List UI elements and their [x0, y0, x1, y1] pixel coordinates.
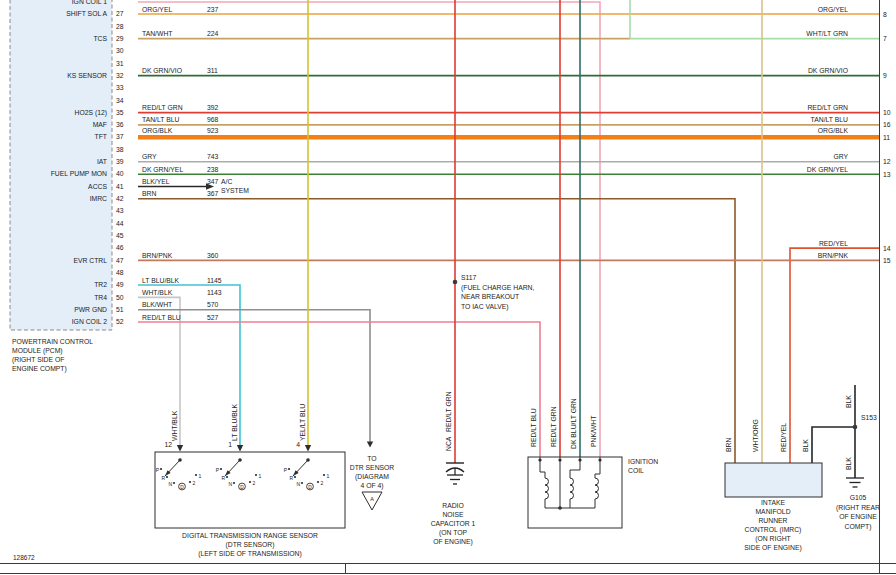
offpage-arrowhead-icon	[367, 442, 373, 448]
switch-contact-dot	[249, 481, 251, 483]
pcm-caption: ENGINE COMPT)	[12, 365, 67, 373]
pcm-circuit-label: TCS	[93, 35, 107, 42]
imrc-caption: INTAKE	[761, 499, 786, 506]
pin-number: 36	[116, 121, 124, 128]
pin-number: 52	[116, 318, 124, 325]
wire-color-label: TAN/LT BLU	[811, 116, 848, 123]
pcm-caption: (RIGHT SIDE OF	[12, 356, 64, 364]
wire-color-label: WHT/BLK	[142, 289, 173, 296]
wire-color-label: BLK/WHT	[142, 301, 172, 308]
pcm-circuit-label: IGN COIL 2	[72, 318, 107, 325]
switch-contact-dot	[233, 482, 235, 484]
pin-number: 32	[116, 72, 124, 79]
imrc-caption: SIDE OF ENGINE)	[744, 544, 801, 552]
switch-contact-dot	[195, 474, 197, 476]
imrc-body	[725, 463, 822, 497]
coil-terminal-dot	[578, 458, 581, 461]
dtr-entry-arrowhead-icon	[237, 445, 243, 452]
contact-label: D	[308, 485, 312, 490]
pin-number: 41	[116, 183, 124, 190]
wire-46-red-yel	[790, 248, 879, 463]
contact-label: N	[228, 481, 232, 487]
switch-contact-dot	[189, 481, 191, 483]
wire-color-label: ORG/BLK	[142, 127, 173, 134]
wire-color-label: DK GRN/VIO	[142, 67, 182, 74]
pcm-circuit-label: IMRC	[90, 195, 107, 202]
ac-system-label: SYSTEM	[221, 187, 249, 194]
pin-number: 48	[116, 269, 124, 276]
pin-number: 44	[116, 220, 124, 227]
switch-contact-dot	[255, 474, 257, 476]
contact-label: 2	[193, 480, 196, 486]
switch-contact-dot	[288, 468, 290, 470]
wire-color-label: BLK/YEL	[142, 178, 170, 185]
wire-color-label: BRN	[142, 190, 156, 197]
coil-junction-dot	[558, 506, 562, 510]
grid-ref: 15	[883, 257, 891, 264]
circuit-number: 224	[207, 30, 219, 37]
contact-label: D	[180, 485, 184, 490]
pin-number: 42	[116, 195, 124, 202]
ground-label: (RIGHT REAR	[836, 504, 880, 512]
pin-number: 37	[116, 133, 124, 140]
wire-color-label: RED/YEL	[819, 240, 848, 247]
pcm-circuit-label: HO2S (12)	[75, 109, 107, 117]
circuit-number: 1145	[207, 277, 222, 284]
wire-color-label: DK GRN/YEL	[807, 166, 848, 173]
circuit-number: 392	[207, 104, 219, 111]
circuit-number: 1143	[207, 289, 222, 296]
wire-color-label: WHT/LT GRN	[806, 30, 848, 37]
contact-label: D	[240, 485, 244, 490]
vertical-wire-label: BRN	[725, 438, 732, 452]
dtr-entry-arrowhead-icon	[177, 445, 183, 452]
wire-color-label: GRY	[142, 153, 157, 160]
ignition-coil-caption: COIL	[628, 467, 644, 474]
switch-contact-dot	[160, 468, 162, 470]
contact-label: N	[168, 481, 172, 487]
vertical-wire-label: BLK	[845, 395, 852, 408]
pcm-circuit-label: IAT	[97, 158, 107, 165]
wiring-diagram-page: IGN COIL 1 SHIFT SOL A TCS KS SENSOR HO2…	[0, 0, 896, 575]
wire-color-label: TAN/LT BLU	[142, 116, 179, 123]
wire-color-label: BRN/PNK	[142, 252, 173, 259]
capacitor-caption: CAPACITOR 1	[431, 520, 476, 527]
ground-label: G105	[850, 494, 867, 501]
switch-contact-dot	[323, 474, 325, 476]
pin-number: 39	[116, 158, 124, 165]
offpage-label: 4 OF 4)	[360, 482, 383, 490]
splice-dot-icon	[853, 425, 858, 430]
wiring-diagram-canvas: IGN COIL 1 SHIFT SOL A TCS KS SENSOR HO2…	[0, 0, 896, 575]
circuit-number: 968	[207, 116, 219, 123]
grid-ref: 14	[883, 245, 891, 252]
grid-ref: 11	[883, 134, 890, 141]
coil-terminal-dot	[538, 458, 541, 461]
circuit-number: 238	[207, 166, 219, 173]
pin-number: 45	[116, 232, 124, 239]
pin-number: 50	[116, 294, 124, 301]
pcm-circuit-label: KS SENSOR	[67, 72, 107, 79]
vertical-wire-label: RED/LT BLU	[530, 408, 537, 447]
circuit-number: 237	[207, 6, 219, 13]
dtr-sensor: 12 1 4 P R N D 2 1	[155, 441, 345, 558]
dtr-entry-arrowhead-icon	[305, 445, 311, 452]
contact-label: R	[289, 475, 293, 481]
wire-labels-left: ORG/YEL 237 TAN/WHT 224 DK GRN/VIO 311 R…	[142, 6, 222, 321]
splice-s153: S153	[853, 414, 877, 429]
pcm-circuit-label: PWR GND	[74, 306, 107, 313]
vertical-wire-label: LT BLU/BLK	[231, 403, 238, 441]
splice-dot-icon	[453, 280, 458, 285]
circuit-number: 367	[207, 190, 219, 197]
imrc-caption: (ON RIGHT	[755, 535, 791, 543]
contact-label: R	[221, 475, 225, 481]
ground-g105: G105 (RIGHT REAR OF ENGINE COMPT)	[836, 478, 880, 531]
pin-number: 33	[116, 84, 124, 91]
pin-number: 49	[116, 281, 124, 288]
contact-label: N	[296, 481, 300, 487]
pcm-circuit-label: EVR CTRL	[73, 257, 107, 264]
pcm-circuit-label: SHIFT SOL A	[66, 10, 107, 17]
grid-ref: 12	[883, 158, 891, 165]
ground-label: OF ENGINE	[839, 513, 877, 520]
offpage-label: TO	[367, 455, 376, 462]
terminal-number: 4	[296, 441, 300, 448]
grid-ref: 8	[883, 11, 887, 18]
